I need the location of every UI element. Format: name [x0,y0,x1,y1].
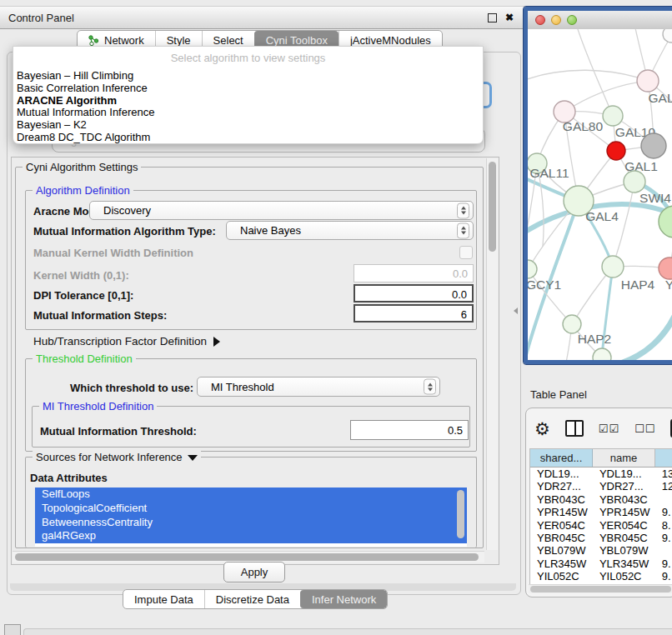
network-canvas[interactable]: GALGAL80GAL10GAL1SWI4GAL11GAL4GCY1HAP4YH… [528,29,672,360]
table-cell[interactable] [655,544,672,557]
table-cell[interactable]: 9. [655,558,672,570]
aracne-mode-combo[interactable]: Discovery [89,201,474,220]
table-cell[interactable]: YLR345W [593,558,655,570]
data-attribute-item[interactable]: gal4RGexp [35,529,467,543]
table-cell[interactable]: YPR145W [593,506,655,518]
table-cell[interactable]: YBR045C [593,532,655,544]
network-node[interactable] [593,348,611,360]
table-row[interactable]: YDL19...YDL19...13 [530,468,672,480]
table-cell[interactable]: YIL052C [530,570,593,582]
table-cell[interactable]: YIL052C [593,570,655,582]
table-cell[interactable]: YLR345W [530,558,593,570]
table-row[interactable]: YLR345WYLR345W9. [530,558,672,570]
table-row[interactable]: YBL079WYBL079W [530,544,672,557]
network-node[interactable] [641,133,666,158]
table-cell[interactable]: YBL079W [593,544,655,557]
table-cell[interactable]: YDR27... [593,480,655,492]
network-node-y[interactable] [659,258,672,279]
table-row[interactable]: YPR145WYPR145W9. [530,506,672,518]
table-row[interactable]: YIL052CYIL052C9. [530,570,672,582]
vertical-scrollbar[interactable] [486,158,498,550]
network-edge[interactable] [613,182,634,267]
network-edge[interactable] [528,70,648,81]
network-edge[interactable] [576,29,613,116]
table-cell[interactable]: 9. [655,532,672,544]
network-node-swi4[interactable] [624,171,645,192]
table-cell[interactable]: 12 [655,480,672,492]
network-edge[interactable] [618,311,672,360]
mi-algorithm-type-combo[interactable]: Naive Bayes [226,221,474,240]
data-attribute-item[interactable]: BetweennessCentrality [35,516,467,530]
table-cell[interactable]: YBR043C [593,493,655,506]
minimized-panel-icon[interactable] [4,624,21,635]
deselect-all-icon[interactable]: ☐☐ [634,422,655,435]
network-node-gal[interactable] [637,70,659,92]
table-cell[interactable]: 9. [655,570,672,582]
table-scrollbar-thumb[interactable] [530,586,671,592]
table-cell[interactable]: 13 [655,468,672,480]
horizontal-scrollbar[interactable] [13,551,484,562]
horizontal-scrollbar-thumb[interactable] [15,553,479,561]
sources-title[interactable]: Sources for Network Inference [33,451,201,463]
table-cell[interactable]: YER054C [593,519,655,532]
table-column-header[interactable]: name [593,449,655,467]
data-attributes-list[interactable]: SelfLoopsTopologicalCoefficientBetweenne… [35,488,467,547]
table-cell[interactable]: YDL19... [593,468,655,480]
network-node[interactable] [663,29,672,42]
table-cell[interactable]: YDL19... [530,468,593,480]
mi-steps-field[interactable]: 6 [354,304,474,322]
algorithm-option[interactable]: Bayesian – Hill Climbing [13,70,483,82]
table-cell[interactable]: YER054C [530,519,593,532]
zoom-traffic-light-icon[interactable] [567,15,577,25]
hub-definition-section[interactable]: Hub/Transcription Factor Definition [33,335,220,348]
table-cell[interactable]: YBL079W [530,544,593,557]
columns-icon[interactable] [565,420,584,437]
algorithm-option[interactable]: Bayesian – K2 [13,119,483,132]
network-node-hap2[interactable] [563,315,581,333]
vertical-scrollbar-thumb[interactable] [489,162,496,252]
data-attribute-item[interactable]: SelfLoops [35,488,467,502]
table-row[interactable]: YBR043CYBR043C [530,493,672,506]
algorithm-option[interactable]: Basic Correlation Inference [13,82,483,95]
network-node-gal10[interactable] [603,106,623,126]
table-cell[interactable]: 8. [655,519,672,532]
table-cell[interactable]: YDR27... [530,480,593,492]
bottom-tab-infer-network[interactable]: Infer Network [300,590,387,608]
minimize-traffic-light-icon[interactable] [551,15,561,25]
table-column-header[interactable]: shared... [530,449,593,467]
algorithm-option[interactable]: Dream8 DC_TDC Algorithm [13,132,483,144]
network-edge[interactable] [601,267,613,360]
bottom-tab-impute-data[interactable]: Impute Data [123,590,204,608]
select-all-icon[interactable]: ☑☑ [599,422,619,435]
manual-kernel-width-checkbox[interactable] [459,246,473,259]
table-row[interactable]: YER054CYER054C8. [530,519,672,532]
gear-icon[interactable]: ⚙ [534,420,550,438]
algorithm-option[interactable]: Mutual Information Inference [13,107,483,119]
apply-button[interactable]: Apply [223,562,285,582]
dpi-tolerance-field[interactable]: 0.0 [354,284,474,302]
mi-threshold-field[interactable]: 0.5 [350,420,469,440]
table-column-header[interactable] [655,449,672,467]
close-icon[interactable]: ✖ [505,12,514,22]
table-row[interactable]: YDR27...YDR27...12 [530,480,672,492]
close-traffic-light-icon[interactable] [535,15,545,25]
table-cell[interactable]: YPR145W [530,506,593,518]
list-scrollbar-thumb[interactable] [457,490,464,538]
table-cell[interactable]: YBR043C [530,493,593,506]
network-node-gal1[interactable] [607,142,625,160]
network-window-titlebar[interactable] [528,11,672,30]
table-cell[interactable]: 9. [655,506,672,518]
which-threshold-combo[interactable]: MI Threshold [197,377,440,397]
table-cell[interactable] [655,493,672,506]
splitpane-collapse-icon[interactable] [514,308,518,314]
data-attribute-item[interactable]: TopologicalCoefficient [35,502,467,516]
float-window-icon[interactable] [488,13,497,22]
bottom-tab-discretize-data[interactable]: Discretize Data [204,590,300,608]
expand-right-icon[interactable] [213,337,220,347]
network-node-gcy1[interactable] [528,260,537,278]
network-window[interactable]: GALGAL80GAL10GAL1SWI4GAL11GAL4GCY1HAP4YH… [524,7,672,364]
algorithm-option[interactable]: ARACNE Algorithm [13,95,483,108]
table-horizontal-scrollbar[interactable] [529,584,672,593]
kernel-width-field[interactable]: 0.0 [354,264,474,282]
table-row[interactable]: YBR045CYBR045C9. [530,532,672,544]
